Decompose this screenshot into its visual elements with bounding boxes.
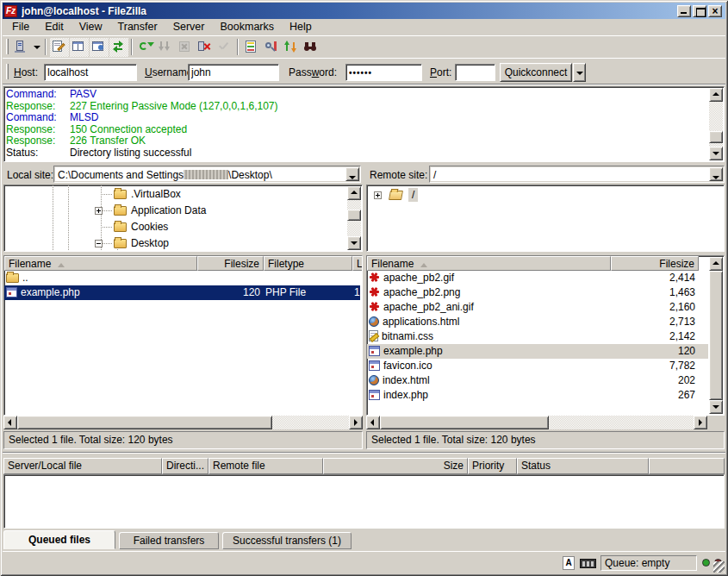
file-row[interactable]: apache_pb2_ani.gif2,160	[367, 300, 708, 315]
menu-item-file[interactable]: File	[4, 19, 37, 35]
column-header-filename[interactable]: Filename	[4, 256, 197, 271]
menu-item-bookmarks[interactable]: Bookmarks	[212, 19, 282, 35]
toggle-remote-tree-icon	[91, 40, 105, 53]
title-bar[interactable]: Fz john@localhost - FileZilla ×	[3, 3, 725, 19]
queue-column-remote-file[interactable]: Remote file	[208, 458, 323, 474]
tab-successful-transfers-1[interactable]: Successful transfers (1)	[222, 532, 352, 549]
menu-item-server[interactable]: Server	[165, 19, 213, 35]
local-tree: .VirtualBoxApplication DataCookiesDeskto…	[3, 185, 363, 252]
log-scrollbar[interactable]	[709, 88, 723, 160]
quickconnect-dropdown-button[interactable]	[573, 63, 586, 82]
scroll-up-button[interactable]	[709, 88, 723, 102]
queue-column-directi[interactable]: Directi...	[162, 458, 208, 474]
tab-failed-transfers[interactable]: Failed transfers	[119, 532, 219, 549]
toggle-local-tree-button[interactable]	[70, 38, 89, 57]
column-header-filesize[interactable]: Filesize	[611, 256, 699, 271]
site-manager-dropdown-button[interactable]	[31, 38, 42, 57]
tree-item-desktop[interactable]: Desktop	[4, 235, 346, 252]
scroll-down-button[interactable]	[347, 236, 361, 250]
tree-item-root[interactable]: /	[367, 187, 722, 203]
file-row[interactable]: favicon.ico7,782	[367, 359, 708, 373]
menu-item-help[interactable]: Help	[282, 19, 320, 35]
menu-item-transfer[interactable]: Transfer	[110, 19, 165, 35]
scroll-right-button[interactable]	[694, 416, 707, 429]
remote-site-dropdown-button[interactable]	[709, 167, 723, 181]
column-header-filesize[interactable]: Filesize	[197, 256, 264, 271]
tree-item-cookies[interactable]: Cookies	[4, 219, 346, 235]
resize-grip[interactable]	[713, 561, 725, 573]
quickbar-grip[interactable]	[6, 64, 9, 79]
local-site-combo[interactable]: C:\Documents and Settings\Desktop\	[53, 166, 361, 183]
site-manager-button[interactable]	[11, 38, 30, 57]
speed-limit-icon[interactable]	[580, 559, 596, 568]
file-row[interactable]: example.php120PHP File1	[4, 285, 360, 300]
file-row[interactable]: apache_pb2.png1,463	[367, 285, 708, 300]
scroll-up-button[interactable]	[709, 257, 723, 271]
host-input[interactable]	[44, 64, 137, 81]
file-row[interactable]: example.php120	[367, 344, 708, 359]
tree-item-virtualbox[interactable]: .VirtualBox	[4, 186, 346, 203]
scroll-left-button[interactable]	[366, 416, 380, 429]
transfer-type-icon[interactable]: A	[563, 556, 575, 570]
local-hscrollbar[interactable]	[3, 416, 363, 429]
file-row[interactable]: apache_pb2.gif2,414	[367, 271, 708, 285]
file-row[interactable]: index.html202	[367, 373, 708, 388]
scroll-thumb[interactable]	[709, 131, 723, 143]
cancel-operation-icon	[177, 40, 191, 53]
queue-column-size[interactable]: Size	[323, 458, 468, 474]
expand-icon[interactable]	[374, 191, 382, 199]
column-header-filetype[interactable]: Filetype	[264, 256, 352, 271]
file-row[interactable]: ..	[4, 271, 360, 285]
local-tree-scrollbar[interactable]	[347, 186, 361, 250]
scroll-thumb[interactable]	[380, 416, 549, 429]
menu-item-view[interactable]: View	[72, 19, 110, 35]
maximize-button[interactable]	[693, 5, 706, 17]
refresh-button[interactable]	[136, 38, 155, 57]
scroll-down-button[interactable]	[709, 147, 723, 160]
password-input[interactable]	[345, 64, 422, 81]
toggle-log-view-button[interactable]	[50, 38, 69, 57]
queue-column-blank[interactable]	[649, 458, 725, 474]
file-row[interactable]: index.php267	[367, 388, 708, 403]
username-input[interactable]	[188, 64, 279, 81]
local-site-dropdown-button[interactable]	[345, 167, 359, 181]
toolbar-grip[interactable]	[6, 39, 9, 54]
scroll-down-button[interactable]	[709, 400, 723, 414]
toggle-queue-view-button[interactable]	[109, 38, 128, 57]
scroll-up-button[interactable]	[347, 186, 361, 200]
port-input[interactable]	[455, 64, 495, 81]
queue-column-status[interactable]: Status	[517, 458, 649, 474]
tab-queued-files[interactable]: Queued files	[3, 530, 115, 549]
collapse-icon[interactable]	[95, 240, 103, 247]
scroll-right-button[interactable]	[349, 416, 363, 429]
scroll-left-button[interactable]	[3, 416, 17, 429]
scroll-thumb[interactable]	[17, 416, 272, 429]
scroll-thumb[interactable]	[347, 210, 361, 221]
toggle-remote-tree-button[interactable]	[90, 38, 109, 57]
column-header-filename[interactable]: Filename	[367, 256, 611, 271]
disconnect-button[interactable]	[196, 38, 215, 57]
image-file-icon	[369, 286, 380, 297]
remote-hscrollbar[interactable]	[366, 416, 707, 429]
quickconnect-button[interactable]: Quickconnect	[500, 63, 572, 82]
file-row[interactable]: applications.html2,713	[367, 315, 708, 329]
process-queue-button[interactable]	[156, 38, 175, 57]
filter-listing-button[interactable]	[242, 38, 261, 57]
scroll-thumb[interactable]	[709, 271, 723, 400]
reconnect-button[interactable]	[215, 38, 234, 57]
find-files-button[interactable]	[302, 38, 320, 57]
cancel-operation-button[interactable]	[176, 38, 195, 57]
close-button[interactable]: ×	[708, 5, 722, 17]
minimize-button[interactable]	[677, 5, 691, 17]
column-header-l[interactable]: L	[352, 256, 363, 271]
tree-item-application-data[interactable]: Application Data	[4, 203, 346, 219]
queue-column-server-local-file[interactable]: Server/Local file	[3, 458, 162, 474]
expand-icon[interactable]	[95, 207, 103, 215]
remote-list-scrollbar[interactable]	[709, 257, 723, 414]
file-row[interactable]: bitnami.css2,142	[367, 329, 708, 344]
remote-site-combo[interactable]: /	[429, 166, 725, 183]
directory-comparison-button[interactable]	[262, 38, 281, 57]
queue-column-priority[interactable]: Priority	[468, 458, 517, 474]
menu-item-edit[interactable]: Edit	[37, 19, 72, 35]
synchronized-browsing-button[interactable]	[282, 38, 301, 57]
